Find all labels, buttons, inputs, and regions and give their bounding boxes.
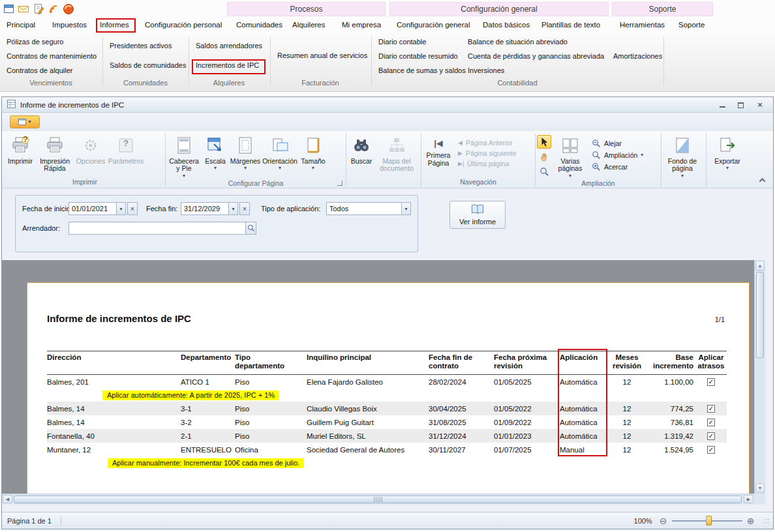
zoom-slider[interactable] bbox=[672, 515, 742, 526]
menu-section-alquileres: Alquileres bbox=[213, 79, 245, 87]
menu-item-polizas-de-seguro[interactable]: Pólizas de seguro bbox=[7, 38, 63, 46]
column-header: Departamento bbox=[181, 353, 235, 362]
tab-impuestos[interactable]: Impuestos bbox=[52, 21, 87, 29]
resize-grip[interactable]: .:: bbox=[763, 517, 770, 524]
vertical-scrollbar[interactable]: ▲ ▼ bbox=[754, 260, 765, 494]
arrendador-value[interactable] bbox=[68, 222, 246, 235]
feed-icon[interactable] bbox=[48, 3, 59, 15]
aplicar-atrasos-checkbox: ✓ bbox=[707, 432, 715, 440]
window-menu-button[interactable]: ▾ bbox=[10, 115, 40, 128]
menu-item-presidentes-activos[interactable]: Presidentes activos bbox=[110, 42, 172, 50]
menu-item-cuenta-de-perdidas-y-ganancias[interactable]: Cuenta de pérdidas y ganancias abreviada bbox=[468, 52, 604, 60]
menu-item-resumen-anual-de-servicios[interactable]: Resumen anual de servicios bbox=[277, 52, 367, 59]
export-button[interactable]: Exportar▾ bbox=[708, 134, 747, 171]
pointer-tool-button[interactable] bbox=[537, 135, 551, 149]
fecha-inicio-value[interactable]: 01/01/2021 bbox=[68, 202, 117, 215]
fecha-inicio-combo[interactable]: 01/01/2021 ▾ × bbox=[68, 202, 138, 215]
horizontal-scrollbar-thumb[interactable] bbox=[14, 495, 742, 503]
scroll-up-arrow[interactable]: ▲ bbox=[755, 261, 765, 271]
horizontal-scrollbar[interactable]: ◀ ▶ bbox=[2, 494, 754, 505]
hand-tool-button[interactable] bbox=[537, 150, 551, 164]
fecha-fin-value[interactable]: 31/12/2029 bbox=[181, 202, 229, 215]
tab-alquileres[interactable]: Alquileres bbox=[292, 21, 326, 29]
menu-item-diario-contable[interactable]: Diario contable bbox=[378, 38, 426, 46]
menu-item-inversiones[interactable]: Inversiones bbox=[468, 66, 504, 74]
zoom-out-icon bbox=[592, 139, 601, 148]
group-caption-imprimir: Imprimir bbox=[6, 177, 164, 188]
minimize-button[interactable] bbox=[714, 99, 730, 111]
column-header: Tipodepartamento bbox=[235, 353, 307, 370]
menu-item-contratos-de-alquiler[interactable]: Contratos de alquiler bbox=[7, 66, 73, 74]
tipo-aplicacion-combo[interactable]: Todos ▾ bbox=[326, 202, 411, 215]
fecha-fin-dropdown-icon[interactable]: ▾ bbox=[228, 202, 238, 215]
scroll-right-arrow[interactable]: ▶ bbox=[744, 495, 753, 503]
pointer-icon bbox=[539, 137, 549, 147]
fecha-inicio-clear-button[interactable]: × bbox=[127, 202, 138, 215]
orientation-button[interactable]: Orientación▾ bbox=[262, 134, 297, 171]
close-button[interactable]: × bbox=[752, 99, 768, 111]
fecha-fin-clear-button[interactable]: × bbox=[239, 202, 250, 215]
tab-configuracion-general[interactable]: Configuración general bbox=[397, 21, 470, 29]
zoom-slider-thumb[interactable] bbox=[706, 516, 712, 525]
menu-item-diario-contable-resumido[interactable]: Diario contable resumido bbox=[378, 52, 458, 60]
tab-datos-basicos[interactable]: Datos básicos bbox=[483, 21, 530, 29]
menu-item-saldos-de-comunidades[interactable]: Saldos de comunidades bbox=[110, 61, 186, 69]
zoom-in-circle-button[interactable]: ⊕ bbox=[745, 516, 757, 526]
mail-icon[interactable] bbox=[18, 3, 29, 15]
margins-button[interactable]: Márgenes▾ bbox=[230, 134, 261, 171]
menu-item-contratos-de-mantenimiento[interactable]: Contratos de mantenimiento bbox=[7, 52, 97, 60]
fox-icon[interactable] bbox=[63, 3, 74, 15]
window-title: Informe de incrementos de IPC bbox=[20, 101, 124, 109]
fecha-inicio-dropdown-icon[interactable]: ▾ bbox=[116, 202, 126, 215]
application-screen: Procesos Configuración general Soporte P… bbox=[0, 0, 775, 532]
size-button[interactable]: Tamaño▾ bbox=[299, 134, 327, 171]
tab-plantillas-de-texto[interactable]: Plantillas de texto bbox=[541, 21, 600, 29]
options-button: Opciones bbox=[75, 134, 106, 166]
tab-mi-empresa[interactable]: Mi empresa bbox=[342, 21, 381, 29]
report-title: Informe de incrementos de IPC bbox=[47, 313, 191, 324]
zoom-level-button[interactable]: Ampliación▾ bbox=[592, 151, 643, 160]
arrendador-search-button[interactable] bbox=[245, 222, 256, 235]
zoom-out-button[interactable]: Alejar bbox=[592, 139, 643, 148]
page-background-button[interactable]: Fondo de página▾ bbox=[663, 134, 702, 179]
zoom-in-button[interactable]: Acercar bbox=[592, 162, 643, 171]
menu-item-incrementos-de-ipc[interactable]: Incrementos de IPC bbox=[196, 61, 259, 69]
first-page-button[interactable]: |◀ Primera Página bbox=[423, 134, 454, 168]
header-footer-button[interactable]: Cabecera y Pie▾ bbox=[167, 134, 201, 179]
scroll-left-arrow[interactable]: ◀ bbox=[3, 495, 12, 503]
report-preview-area: Informe de incrementos de IPC 1/1 Direcc… bbox=[2, 260, 765, 505]
next-page-button: ▶Página siguiente bbox=[458, 149, 517, 157]
fecha-fin-combo[interactable]: 31/12/2029 ▾ × bbox=[181, 202, 250, 215]
menu-item-balance-de-sumas-y-saldos[interactable]: Balance de sumas y saldos bbox=[378, 66, 466, 74]
print-button[interactable]: ? Imprimir bbox=[6, 134, 35, 166]
page-info: Página 1 de 1 bbox=[7, 517, 52, 525]
app-window-icon[interactable] bbox=[3, 3, 15, 15]
collapse-toolbar-button[interactable] bbox=[756, 175, 768, 185]
tipo-aplicacion-dropdown-icon[interactable]: ▾ bbox=[401, 202, 411, 215]
menu-item-saldos-arrendadores[interactable]: Saldos arrendadores bbox=[196, 42, 262, 50]
zoom-tool-button[interactable] bbox=[537, 165, 551, 179]
menu-item-balance-de-situacion-abreviado[interactable]: Balance de situación abreviado bbox=[468, 38, 568, 46]
tab-principal[interactable]: Principal bbox=[7, 21, 35, 29]
tab-informes[interactable]: Informes bbox=[100, 21, 129, 29]
tab-herramientas[interactable]: Herramientas bbox=[620, 21, 665, 29]
tipo-aplicacion-value[interactable]: Todos bbox=[326, 202, 402, 215]
vertical-scrollbar-thumb[interactable] bbox=[756, 272, 764, 358]
zoom-out-circle-button[interactable]: ⊖ bbox=[658, 516, 669, 526]
edit-document-icon[interactable] bbox=[33, 3, 44, 15]
multiple-pages-button[interactable]: Varias páginas▾ bbox=[553, 134, 588, 179]
tab-configuracion-personal[interactable]: Configuración personal bbox=[145, 21, 222, 29]
tab-soporte[interactable]: Soporte bbox=[678, 21, 705, 29]
search-button[interactable]: Buscar bbox=[348, 134, 375, 166]
scale-button[interactable]: Escala▾ bbox=[202, 134, 228, 171]
column-header: Fecha fin decontrato bbox=[429, 353, 494, 370]
scroll-down-arrow[interactable]: ▼ bbox=[755, 483, 765, 493]
ver-informe-button[interactable]: Ver informe bbox=[449, 201, 506, 229]
arrendador-input[interactable] bbox=[68, 222, 256, 235]
quick-print-button[interactable]: Impresión Rápida bbox=[36, 134, 74, 173]
tab-comunidades[interactable]: Comunidades bbox=[236, 21, 282, 29]
note-row: Aplicar manualmente: Incrementar 100€ ca… bbox=[47, 456, 727, 469]
maximize-button[interactable] bbox=[733, 99, 748, 111]
menu-item-amortizaciones[interactable]: Amortizaciones bbox=[613, 52, 662, 60]
dialog-launcher-icon[interactable] bbox=[337, 181, 342, 186]
